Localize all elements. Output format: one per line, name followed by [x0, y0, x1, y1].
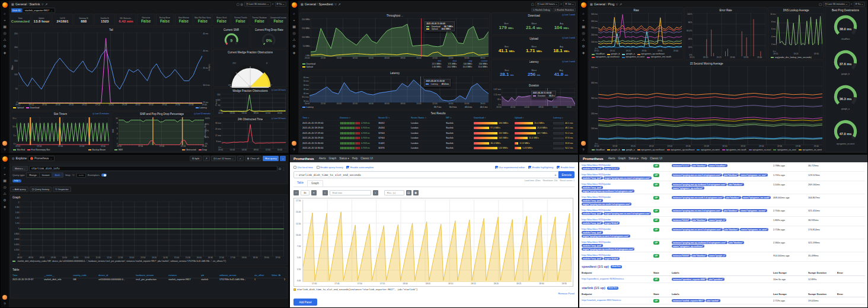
cycle-icon[interactable]: ◎: [241, 2, 243, 6]
stacked-graph-button[interactable]: ▤: [406, 190, 411, 195]
sidebar-icon[interactable]: ⚠: [2, 191, 7, 196]
sidebar-icon[interactable]: ◎: [2, 185, 7, 190]
sidebar-icon[interactable]: ◈: [2, 50, 7, 55]
sidebar-icon[interactable]: ⌕: [292, 11, 296, 16]
share-icon[interactable]: ↗: [620, 2, 622, 6]
legend-item[interactable]: Upload: [13, 107, 24, 109]
dns-lookup-chart[interactable]: [776, 13, 822, 53]
sidebar-icon[interactable]: ▦: [581, 24, 586, 29]
clear-all-button[interactable]: 🗑Clear all: [245, 156, 262, 161]
help-icon[interactable]: ?: [581, 147, 586, 152]
endpoint-link[interactable]: http://starlink_exporter:9817/metrics: [582, 299, 652, 301]
breadcrumb[interactable]: General / Ping: [594, 2, 614, 6]
split-button[interactable]: ⧉Split: [190, 156, 202, 161]
run-query-caret[interactable]: ⌄: [280, 156, 286, 161]
sidebar-icon[interactable]: ⚙: [581, 44, 586, 49]
remove-panel-link[interactable]: Remove Panel: [559, 292, 575, 297]
run-query-button[interactable]: Run query: [263, 156, 279, 161]
breadcrumb[interactable]: General / Speedtest: [305, 2, 333, 6]
stat-panel[interactable]: 24h Obstructe... 6.42 min: [116, 14, 136, 26]
nav-classic-ui[interactable]: Classic UI: [650, 157, 662, 160]
zoom-out-icon[interactable]: ⌕: [272, 2, 274, 6]
gauge-panel[interactable]: Current Ping Drop Rate 0%: [250, 27, 288, 49]
query-type-option[interactable]: Both: [52, 173, 63, 177]
alert-stat-panel[interactable]: Obstructed False: [137, 14, 155, 26]
prometheus-brand[interactable]: Prometheus: [293, 157, 314, 161]
endpoint-link[interactable]: http://blackbox:9115/probe: [582, 173, 652, 176]
column-header[interactable]: Distance▽: [340, 117, 376, 119]
endpoint-link[interactable]: http://blackbox:9115/probe: [582, 163, 652, 166]
stat-panel[interactable]: Satellite ID 1523: [94, 14, 115, 26]
query-input[interactable]: starlink_dish_info: [29, 166, 277, 171]
sidebar-icon[interactable]: ◎: [581, 31, 586, 36]
panel-title[interactable]: Throughput ⌄: [387, 14, 404, 17]
option-checkbox[interactable]: Enable highlighting: [528, 166, 553, 169]
legend-item[interactable]: epicgames_me-south: [722, 149, 746, 151]
column-header[interactable]: Latency▽: [553, 117, 574, 119]
legend-item[interactable]: google_a: [622, 149, 634, 151]
sidebar-icon[interactable]: ⚙: [2, 198, 7, 203]
option-checkbox[interactable]: Enable autocomplete: [346, 166, 374, 169]
legend-item[interactable]: epicgames_sa-east: [592, 59, 614, 59]
column-header[interactable]: utc_offset: [254, 274, 270, 277]
exemplars-toggle[interactable]: [101, 174, 107, 177]
endpoint-link[interactable]: http://blackbox:9115/probe: [582, 227, 652, 230]
time-picker[interactable]: ◷Last 24 hours⌄: [535, 2, 560, 7]
refresh-picker[interactable]: ⟳5s⌄: [854, 2, 865, 7]
series-legend[interactable]: starlink_dish_time_to_slot_end_seconds{i…: [293, 287, 575, 292]
legend-item[interactable]: cloudflare: [592, 149, 605, 151]
range-plus-button[interactable]: +: [311, 190, 317, 195]
legend-item[interactable]: Drop: [199, 149, 207, 151]
column-header[interactable]: country_code: [73, 274, 97, 277]
refresh-picker[interactable]: ⟳1m⌄: [563, 2, 576, 7]
legend-item[interactable]: epicgames_us_west: [799, 149, 822, 151]
avatar[interactable]: [581, 141, 586, 146]
help-icon[interactable]: ?: [2, 301, 7, 306]
option-checkbox[interactable]: Use experimental editor: [495, 166, 525, 169]
expression-input[interactable]: ⌕starlink_dish_time_to_slot_end_seconds◍: [293, 171, 559, 178]
column-header[interactable]: ISP▽: [446, 117, 472, 119]
throughput-chart[interactable]: 2021-05-20 11:30:00 Download54.7 MB/sUpl…: [311, 18, 489, 57]
help-icon[interactable]: ?: [2, 147, 7, 152]
endpoint-link[interactable]: http://blackbox:9115/probe: [582, 218, 652, 221]
legend-series-row[interactable]: Latency 33.7 ms56.3 ms43.0 ms40.1 ms: [302, 105, 487, 108]
legend-item[interactable]: Backup Beam: [88, 149, 106, 151]
grafana-logo-icon[interactable]: [2, 156, 8, 162]
time-back-button[interactable]: ‹: [323, 190, 328, 195]
step-input[interactable]: auto: [76, 173, 86, 178]
column-header[interactable]: Upload▽: [515, 117, 551, 119]
time-range-link[interactable]: ◷ Last 15 minutes: [92, 113, 109, 115]
column-header[interactable]: __name__: [44, 274, 71, 277]
zoom-out-icon[interactable]: ⌕: [560, 2, 562, 6]
stat-panel[interactable]: State Connected: [10, 14, 31, 26]
moving-average-chart[interactable]: [598, 66, 822, 145]
range-minus-button[interactable]: −: [293, 190, 299, 195]
snr-drop-chart[interactable]: [119, 117, 205, 145]
column-header[interactable]: job: [201, 274, 218, 277]
alert-stat-panel[interactable]: Thermal Shutdown False: [250, 14, 269, 26]
tv-icon[interactable]: ▢: [531, 2, 534, 6]
legend-item[interactable]: epicgames_ap-southeast: [667, 149, 695, 151]
option-checkbox[interactable]: Use local time: [293, 166, 313, 169]
nav-alerts[interactable]: Alerts: [608, 157, 615, 160]
grafana-logo-icon[interactable]: [292, 2, 297, 8]
sidebar-icon[interactable]: ⌕: [581, 11, 586, 16]
sidebar-icon[interactable]: ▦: [292, 24, 296, 29]
sidebar-icon[interactable]: ⌕: [2, 11, 7, 16]
star-icon[interactable]: ☆: [334, 2, 337, 6]
table-row[interactable]: 2021-05-20 14:30:00 0.918 mi 30376 Londo…: [300, 146, 576, 151]
query-history-button[interactable]: ◷Query history: [30, 187, 52, 192]
column-header[interactable]: hardware_version: [136, 274, 167, 277]
alert-stat-panel[interactable]: Mast Not Near Vertical False: [193, 14, 212, 26]
sidebar-icon[interactable]: +: [581, 18, 586, 23]
option-checkbox[interactable]: Enable query history: [317, 166, 343, 169]
star-icon[interactable]: ☆: [615, 2, 618, 6]
avatar[interactable]: [292, 141, 296, 146]
endpoint-link[interactable]: http://speedtest_exporter:9090/metrics: [582, 277, 652, 280]
column-header[interactable]: Server Name▽: [411, 117, 444, 119]
alert-stat-panel[interactable]: Motors Stuck False: [212, 14, 231, 26]
show-less-button[interactable]: show less: [611, 265, 622, 268]
grafana-logo-icon[interactable]: [581, 2, 586, 8]
range-value[interactable]: 1h: [301, 190, 309, 195]
series-legend[interactable]: starlink_dish_info{country_code="GB", de…: [12, 259, 285, 264]
